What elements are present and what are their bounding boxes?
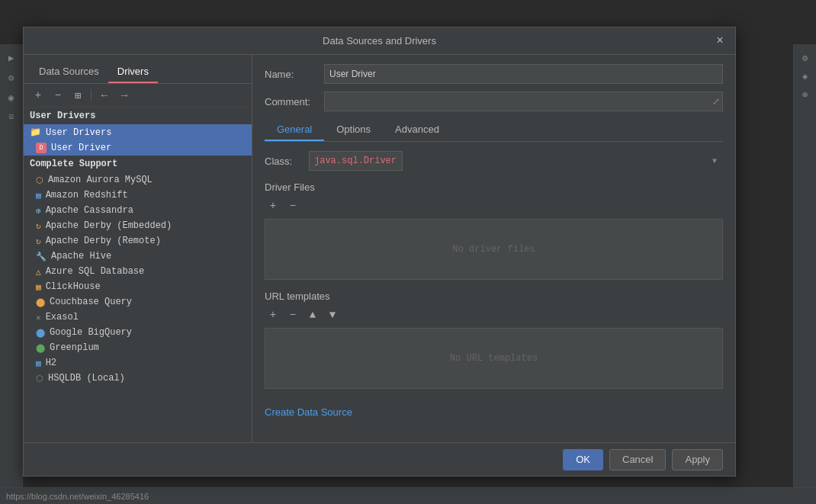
list-item-couchbase[interactable]: ⬤ Couchbase Query [24,294,252,310]
class-select[interactable]: java.sql.Driver [309,151,403,171]
apache-hive-label: Apache Hive [51,251,111,262]
dialog-footer: OK Cancel Apply [24,442,735,476]
remove-driver-file-button[interactable]: − [284,197,301,214]
exasol-icon: ✕ [36,313,41,323]
list-item-exasol[interactable]: ✕ Exasol [24,310,252,325]
tab-data-sources[interactable]: Data Sources [30,61,108,83]
ide-right-bar: ⚙ ◈ ⊕ [793,44,816,487]
apache-derby-emb-label: Apache Derby (Embedded) [46,220,172,231]
driver-files-title: Driver Files [265,181,723,193]
ide-left-bar: ▶ ⚙ ◉ ≡ [0,44,23,487]
user-driver-label: User Driver [51,143,111,153]
move-up-url-button[interactable]: ▲ [304,307,321,323]
list-item-greenplum[interactable]: ⬤ Greenplum [24,340,252,355]
list-item-apache-cassandra[interactable]: ⊕ Apache Cassandra [24,203,252,218]
dialog-close-button[interactable]: × [712,34,728,49]
add-driver-file-button[interactable]: + [265,197,281,214]
ok-button[interactable]: OK [563,449,603,470]
apply-button[interactable]: Apply [672,449,723,470]
back-button[interactable]: ← [96,87,113,104]
no-url-templates-label: No URL templates [450,353,538,364]
dialog-title-bar: Data Sources and Drivers × [24,27,735,55]
list-item-user-driver-selected[interactable]: 📁 User Drivers [24,124,252,140]
hsqldb-icon: ⬡ [36,374,43,384]
apache-cassandra-label: Apache Cassandra [46,205,133,216]
list-item-user-driver[interactable]: D User Driver [24,140,252,156]
list-item-azure-sql[interactable]: △ Azure SQL Database [24,264,252,279]
comment-label: Comment: [265,96,318,108]
exasol-label: Exasol [46,312,79,323]
left-panel: Data Sources Drivers + − ⊞ ← → User Driv… [24,55,252,442]
form-tabs: General Options Advanced [265,119,723,142]
right-bar-icon-2[interactable]: ◈ [798,69,813,84]
list-item-apache-derby-embedded[interactable]: ↻ Apache Derby (Embedded) [24,218,252,233]
google-bq-icon: ⬤ [36,328,45,338]
panel-tabs: Data Sources Drivers [24,55,252,84]
no-driver-files-label: No driver files [452,244,535,255]
right-bar-icon-1[interactable]: ⚙ [798,50,813,66]
class-label: Class: [265,156,303,167]
dialog-title: Data Sources and Drivers [323,35,436,47]
class-row: Class: java.sql.Driver [265,151,723,171]
apache-derby-rem-label: Apache Derby (Remote) [46,236,161,246]
remove-url-template-button[interactable]: − [284,307,301,323]
right-panel: Name: Comment: ⤢ General Options Advance… [252,55,735,442]
left-bar-icon-3[interactable]: ◉ [4,90,19,105]
status-bar: https://blog.csdn.net/weixin_46285416 [0,487,816,504]
driver-files-empty-area: No driver files [265,219,723,280]
greenplum-label: Greenplum [50,342,99,353]
cancel-button[interactable]: Cancel [609,449,666,470]
hsqldb-label: HSQLDB (Local) [48,373,125,384]
list-item-amazon-aurora[interactable]: ⬡ Amazon Aurora MySQL [24,172,252,188]
left-bar-icon-2[interactable]: ⚙ [4,70,19,85]
user-drivers-header: User Drivers [24,108,252,124]
apache-derby-emb-icon: ↻ [36,221,41,231]
list-item-hsqldb[interactable]: ⬡ HSQLDB (Local) [24,371,252,386]
name-input[interactable] [324,64,723,84]
remove-driver-button[interactable]: − [50,87,66,104]
list-item-apache-hive[interactable]: 🔧 Apache Hive [24,249,252,264]
tab-drivers[interactable]: Drivers [108,61,158,83]
google-bq-label: Google BigQuery [50,327,132,338]
couchbase-icon: ⬤ [36,297,45,307]
complete-support-header: Complete Support [24,156,252,172]
drivers-list: User Drivers 📁 User Drivers D User Drive… [24,108,252,442]
list-toolbar: + − ⊞ ← → [24,84,252,108]
left-bar-icon-4[interactable]: ≡ [4,110,19,125]
h2-label: H2 [46,358,56,368]
azure-sql-label: Azure SQL Database [46,266,145,277]
url-templates-section: URL templates + − ▲ ▼ No URL templates [265,291,723,389]
copy-driver-button[interactable]: ⊞ [69,87,86,104]
toolbar-separator [91,89,92,101]
url-templates-empty-area: No URL templates [265,328,723,389]
driver-files-section: Driver Files + − No driver files [265,181,723,280]
amazon-redshift-label: Amazon Redshift [46,190,128,201]
list-item-amazon-redshift[interactable]: ▦ Amazon Redshift [24,188,252,203]
amazon-aurora-icon: ⬡ [36,175,43,185]
list-item-clickhouse[interactable]: ▦ ClickHouse [24,279,252,294]
expand-icon[interactable]: ⤢ [712,96,720,108]
create-data-source-link[interactable]: Create Data Source [265,406,352,418]
right-bar-icon-3[interactable]: ⊕ [798,87,813,102]
move-down-url-button[interactable]: ▼ [324,307,341,323]
tab-options[interactable]: Options [324,119,383,141]
amazon-aurora-label: Amazon Aurora MySQL [48,175,153,185]
add-url-template-button[interactable]: + [265,307,281,323]
list-item-h2[interactable]: ▦ H2 [24,355,252,371]
name-label: Name: [265,69,318,80]
user-driver-parent-icon: 📁 [30,127,41,138]
url-templates-toolbar: + − ▲ ▼ [265,307,723,323]
clickhouse-label: ClickHouse [46,281,101,292]
list-item-apache-derby-remote[interactable]: ↻ Apache Derby (Remote) [24,233,252,249]
forward-button[interactable]: → [116,87,133,104]
class-select-wrapper: java.sql.Driver [309,151,723,171]
tab-advanced[interactable]: Advanced [383,119,451,141]
user-driver-icon: D [36,143,47,153]
comment-input[interactable] [324,91,723,111]
tab-general[interactable]: General [265,119,324,141]
name-row: Name: [265,64,723,84]
create-data-source-area: Create Data Source [265,406,723,419]
add-driver-button[interactable]: + [30,87,47,104]
list-item-google-bigquery[interactable]: ⬤ Google BigQuery [24,325,252,340]
left-bar-icon-1[interactable]: ▶ [4,50,19,66]
